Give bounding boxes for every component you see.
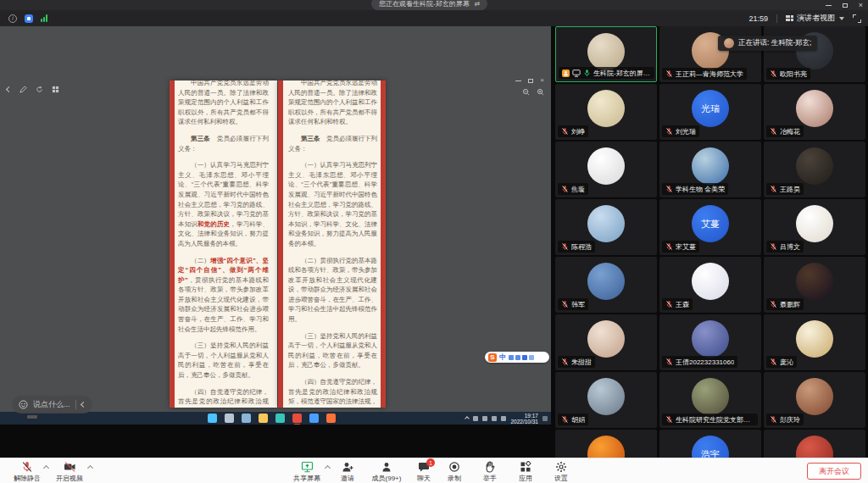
participant-tile[interactable]: 欧阳书亮: [764, 26, 865, 82]
reader-toolbar-right: ×: [515, 77, 544, 96]
ime-tool-icon[interactable]: [515, 355, 520, 360]
document-page-new-version[interactable]: 中国共产党党员永远是劳动人民的普通一员。除了法律和政策规定范围内的个人利益和工作…: [170, 80, 277, 408]
gear-icon: [555, 461, 567, 473]
participant-tile[interactable]: [764, 430, 865, 458]
participant-tile[interactable]: 刘峥: [555, 84, 657, 140]
emoji-icon[interactable]: [19, 400, 28, 409]
participant-tile[interactable]: 韩军: [555, 257, 657, 313]
wps-icon[interactable]: [292, 414, 302, 423]
notifications-icon[interactable]: [542, 416, 548, 421]
document-paragraph: （三）坚持党和人民的利益高于一切，个人利益服从党和人民的利益，吃苦在前，享受在后…: [288, 331, 377, 370]
leave-meeting-button[interactable]: 离开会议: [807, 463, 861, 480]
task-view-icon[interactable]: [242, 414, 251, 423]
security-shield-icon[interactable]: [25, 14, 33, 23]
maximize-icon[interactable]: [843, 3, 848, 8]
minimize-icon[interactable]: [826, 5, 832, 6]
sogou-logo-icon[interactable]: S: [488, 353, 497, 362]
ime-tool-icon[interactable]: [509, 355, 514, 360]
taskbar-clock[interactable]: 19:17 2022/10/31: [510, 413, 538, 425]
participant-tile[interactable]: 浩宇: [659, 430, 761, 458]
settings-button[interactable]: 设置: [546, 461, 576, 483]
close-icon[interactable]: ×: [859, 2, 863, 8]
search-icon[interactable]: [225, 414, 234, 423]
start-video-button[interactable]: 开启视频: [51, 461, 88, 483]
firefox-icon[interactable]: [326, 414, 336, 423]
tray-icon[interactable]: [482, 416, 487, 421]
participant-tile[interactable]: [555, 430, 657, 458]
participant-tile[interactable]: 生科院研究生院党支部张润曦: [659, 372, 761, 428]
chat-input-placeholder[interactable]: 说点什么...: [33, 399, 70, 410]
participant-tile[interactable]: 朱甜甜: [555, 314, 657, 370]
explorer-icon[interactable]: [259, 414, 268, 423]
unmute-button[interactable]: 解除静音: [8, 461, 46, 483]
participant-name-label: 陈程浩: [558, 241, 595, 253]
tray-icon[interactable]: [473, 416, 478, 421]
participant-tile[interactable]: 王森: [659, 257, 761, 313]
participant-avatar: [796, 263, 833, 300]
participant-tile[interactable]: 生科院-郑玄的屏幕…: [555, 26, 657, 82]
mic-muted-icon: [21, 461, 33, 473]
view-options-icon[interactable]: [52, 86, 59, 93]
watching-screen-banner[interactable]: 您正在观看生科院-郑玄的屏幕 ⇄: [371, 0, 487, 10]
chat-bubble-tab[interactable]: [27, 415, 37, 419]
participant-tile[interactable]: 王路昊: [764, 142, 865, 197]
camera-off-icon: [64, 461, 76, 473]
network-icon[interactable]: [501, 416, 506, 421]
participant-tile[interactable]: 陈程浩: [555, 199, 657, 255]
participant-tile[interactable]: 吕博文: [764, 199, 865, 255]
meeting-icon[interactable]: [309, 414, 319, 423]
volume-icon[interactable]: [492, 416, 497, 421]
mic-muted-icon: [561, 127, 569, 136]
participant-tile[interactable]: 冶梅花: [764, 84, 865, 140]
chat-button[interactable]: 1 聊天: [409, 461, 439, 483]
document-page-old-version[interactable]: 中国共产党党员永远是劳动人民的普通一员。除了法律和政策规定范围内的个人利益和工作…: [278, 80, 386, 408]
share-options-icon[interactable]: [325, 465, 331, 471]
refresh-icon[interactable]: [36, 86, 43, 93]
participant-tile[interactable]: 艾蔓宋艾蔓: [659, 199, 761, 255]
chat-quick-input[interactable]: 说点什么...: [12, 396, 92, 414]
participant-tile[interactable]: 王倩202232331060: [659, 314, 761, 370]
participant-tile[interactable]: 光瑞刘光瑞: [659, 84, 761, 140]
invite-button[interactable]: 邀请: [332, 461, 363, 483]
participant-tile[interactable]: 焦璇: [555, 142, 657, 197]
raise-hand-button[interactable]: 举手: [475, 461, 505, 483]
doc-close-icon[interactable]: ×: [540, 77, 544, 84]
swap-view-icon[interactable]: ⇄: [475, 0, 481, 8]
zoom-in-icon[interactable]: [537, 88, 544, 96]
record-button[interactable]: 录制: [439, 461, 470, 483]
members-button[interactable]: 成员(99+): [366, 461, 407, 483]
ime-tool-icon[interactable]: [529, 355, 534, 360]
video-options-icon[interactable]: [87, 465, 93, 471]
network-signal-icon[interactable]: [41, 14, 47, 22]
back-icon[interactable]: [6, 86, 12, 92]
participant-tile[interactable]: 彭庆玲: [764, 372, 865, 428]
pen-icon[interactable]: [19, 86, 27, 93]
collapse-chat-icon[interactable]: [80, 402, 86, 408]
share-screen-button[interactable]: 共享屏幕: [288, 461, 326, 483]
tray-expand-icon[interactable]: [465, 416, 470, 421]
participant-tile[interactable]: 聂鹏辉: [764, 257, 865, 313]
chat-unread-badge: 1: [426, 458, 435, 467]
mic-muted-icon: [770, 300, 777, 308]
ime-tool-icon[interactable]: [522, 355, 527, 360]
raise-hand-icon: [484, 461, 496, 473]
apps-button[interactable]: 应用: [510, 461, 541, 483]
doc-restore-icon[interactable]: [528, 79, 533, 83]
mic-muted-icon: [561, 242, 569, 251]
edge-icon[interactable]: [275, 414, 285, 423]
participant-name: 王森: [676, 300, 689, 309]
participant-avatar: [796, 320, 833, 358]
mic-muted-icon: [665, 242, 673, 251]
zoom-out-icon[interactable]: [522, 88, 530, 96]
participant-tile[interactable]: 庞沁: [764, 314, 865, 370]
participant-tile[interactable]: 学科生物 金美荣: [659, 142, 761, 197]
doc-minimize-icon[interactable]: [515, 80, 521, 81]
participant-tile[interactable]: 王正莉—青海师范大学: [659, 26, 761, 82]
fullscreen-icon[interactable]: [853, 14, 861, 23]
start-icon[interactable]: [208, 414, 217, 423]
view-mode-switcher[interactable]: 演讲者视图: [786, 13, 844, 24]
ime-toolbar[interactable]: S 中: [485, 352, 549, 363]
meeting-info-icon[interactable]: i: [8, 14, 17, 23]
ime-mode-chinese[interactable]: 中: [499, 353, 506, 362]
participant-tile[interactable]: 胡娟: [555, 372, 657, 428]
